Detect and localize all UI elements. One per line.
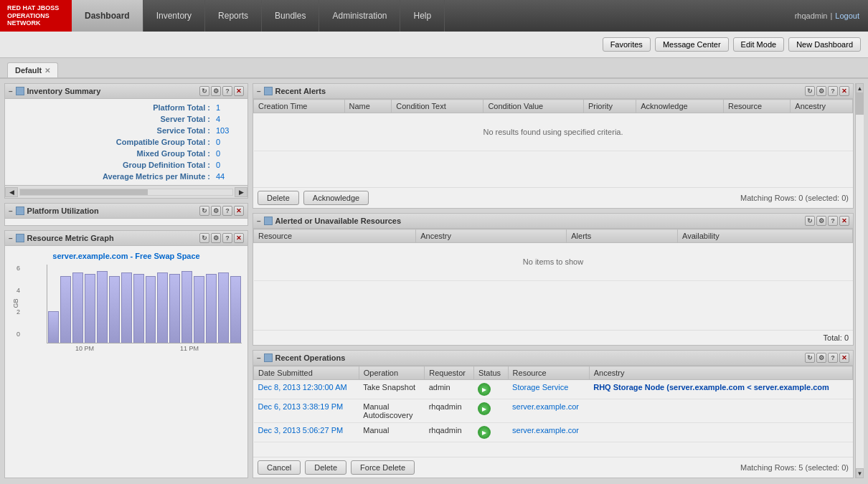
tab-default-label: Default xyxy=(15,66,42,75)
platform-total-label: Platform Total : xyxy=(8,103,216,112)
recent-ops-help-icon[interactable]: ? xyxy=(828,353,838,363)
alerted-resources-widget: – Alerted or Unavailable Resources ↻ ⚙ ?… xyxy=(253,213,854,346)
inventory-close-icon[interactable]: ✕ xyxy=(234,86,244,96)
nav-dashboard[interactable]: Dashboard xyxy=(72,0,143,32)
op-requestor: admin xyxy=(425,380,474,399)
platform-util-settings-icon[interactable]: ⚙ xyxy=(211,206,221,216)
tab-close-icon[interactable]: ✕ xyxy=(44,67,50,75)
chart-bar xyxy=(169,274,180,343)
recent-alerts-collapse-icon[interactable]: – xyxy=(257,87,261,95)
recent-alerts-settings-icon[interactable]: ⚙ xyxy=(816,86,826,96)
recent-operations-table: Date Submitted Operation Requestor Statu… xyxy=(253,366,853,442)
favorites-button[interactable]: Favorites xyxy=(603,37,651,52)
chart-bar xyxy=(194,276,204,343)
avg-metrics-label: Average Metrics per Minute : xyxy=(8,172,216,181)
inventory-icon xyxy=(16,87,24,95)
nav-reports[interactable]: Reports xyxy=(205,0,262,32)
recent-ops-refresh-icon[interactable]: ↻ xyxy=(805,353,815,363)
alerted-resources-collapse-icon[interactable]: – xyxy=(257,217,261,225)
nav-help[interactable]: Help xyxy=(400,0,445,32)
op-ancestry-link[interactable]: RHQ Storage Node (server.example.com < s… xyxy=(593,383,829,392)
alerted-resources-help-icon[interactable]: ? xyxy=(828,216,838,226)
new-dashboard-button[interactable]: New Dashboard xyxy=(788,37,861,52)
nav-bundles[interactable]: Bundles xyxy=(262,0,319,32)
inventory-settings-icon[interactable]: ⚙ xyxy=(211,86,221,96)
toolbar: Favorites Message Center Edit Mode New D… xyxy=(0,32,868,58)
hscroll-track[interactable] xyxy=(19,189,233,196)
top-navigation: RED HAT JBOSS OPERATIONS NETWORK Dashboa… xyxy=(0,0,868,32)
inventory-refresh-icon[interactable]: ↻ xyxy=(199,86,209,96)
platform-util-help-icon[interactable]: ? xyxy=(222,206,232,216)
op-date-link[interactable]: Dec 8, 2013 12:30:00 AM xyxy=(258,383,347,392)
message-center-button[interactable]: Message Center xyxy=(655,37,729,52)
resource-metric-refresh-icon[interactable]: ↻ xyxy=(199,233,209,243)
recent-operations-header: – Recent Operations ↻ ⚙ ? ✕ xyxy=(253,351,853,366)
recent-ops-collapse-icon[interactable]: – xyxy=(257,354,261,362)
server-total-value[interactable]: 4 xyxy=(216,115,245,123)
status-running-icon: ▶ xyxy=(478,426,491,439)
recent-alerts-acknowledge-button[interactable]: Acknowledge xyxy=(303,191,369,205)
logo: RED HAT JBOSS OPERATIONS NETWORK xyxy=(0,0,72,32)
platform-util-close-icon[interactable]: ✕ xyxy=(234,206,244,216)
resource-metric-help-icon[interactable]: ? xyxy=(222,233,232,243)
avg-metrics-value[interactable]: 44 xyxy=(216,172,245,181)
alerted-resources-close-icon[interactable]: ✕ xyxy=(839,216,849,226)
op-resource-link[interactable]: Storage Service xyxy=(512,383,568,392)
op-date-link[interactable]: Dec 3, 2013 5:06:27 PM xyxy=(258,426,344,435)
recent-ops-row: Dec 6, 2013 3:38:19 PM ManualAutodiscove… xyxy=(254,399,853,423)
platform-util-refresh-icon[interactable]: ↻ xyxy=(199,206,209,216)
resource-metric-close-icon[interactable]: ✕ xyxy=(234,233,244,243)
recent-ops-delete-button[interactable]: Delete xyxy=(305,460,346,475)
col-operation: Operation xyxy=(359,366,424,380)
op-resource-link[interactable]: server.example.cor xyxy=(512,426,579,435)
hscroll-left-btn[interactable]: ◀ xyxy=(5,187,18,197)
recent-ops-settings-icon[interactable]: ⚙ xyxy=(816,353,826,363)
tab-default[interactable]: Default ✕ xyxy=(7,62,58,77)
platform-total-value[interactable]: 1 xyxy=(216,103,245,112)
hscroll-thumb[interactable] xyxy=(20,189,148,195)
recent-ops-row: Dec 3, 2013 5:06:27 PM Manual rhqadmin ▶… xyxy=(254,423,853,442)
op-status: ▶ xyxy=(473,380,508,399)
recent-alerts-table-header: Creation Time Name Condition Text Condit… xyxy=(254,100,853,113)
alerted-resources-controls: ↻ ⚙ ? ✕ xyxy=(805,216,849,226)
chart-bar xyxy=(146,276,156,343)
recent-alerts-widget: – Recent Alerts ↻ ⚙ ? ✕ Creation Tim xyxy=(253,83,854,209)
col-availability: Availability xyxy=(678,229,853,243)
mixed-group-total-value[interactable]: 0 xyxy=(216,149,245,158)
resource-metric-settings-icon[interactable]: ⚙ xyxy=(211,233,221,243)
platform-util-collapse-icon[interactable]: – xyxy=(9,207,13,215)
op-resource-link[interactable]: server.example.cor xyxy=(512,402,579,411)
edit-mode-button[interactable]: Edit Mode xyxy=(733,37,785,52)
inventory-summary-title: Inventory Summary xyxy=(27,87,101,95)
nav-administration[interactable]: Administration xyxy=(319,0,400,32)
logout-link[interactable]: Logout xyxy=(835,11,859,20)
chart-bar xyxy=(72,272,83,343)
compatible-group-total-value[interactable]: 0 xyxy=(216,138,245,146)
alerted-resources-settings-icon[interactable]: ⚙ xyxy=(816,216,826,226)
recent-alerts-close-icon[interactable]: ✕ xyxy=(839,86,849,96)
recent-ops-cancel-button[interactable]: Cancel xyxy=(258,460,301,475)
inventory-collapse-icon[interactable]: – xyxy=(9,87,13,95)
recent-alerts-refresh-icon[interactable]: ↻ xyxy=(805,86,815,96)
alerted-resources-empty-message: No items to show xyxy=(254,243,853,281)
inventory-summary-body: Platform Total : 1 Server Total : 4 Serv… xyxy=(5,99,247,185)
vscroll-down-btn[interactable]: ▼ xyxy=(856,468,864,478)
resource-metric-collapse-icon[interactable]: – xyxy=(9,234,13,242)
recent-alerts-delete-button[interactable]: Delete xyxy=(258,191,299,205)
recent-alerts-help-icon[interactable]: ? xyxy=(828,86,838,96)
recent-alerts-controls: ↻ ⚙ ? ✕ xyxy=(805,86,849,96)
vscroll-up-btn[interactable]: ▲ xyxy=(856,83,864,93)
vscroll-track[interactable] xyxy=(856,93,864,468)
recent-ops-force-delete-button[interactable]: Force Delete xyxy=(351,460,415,475)
hscroll-right-btn[interactable]: ▶ xyxy=(235,187,247,197)
recent-ops-close-icon[interactable]: ✕ xyxy=(839,353,849,363)
inventory-hscrollbar: ◀ ▶ xyxy=(5,185,247,198)
inventory-help-icon[interactable]: ? xyxy=(222,86,232,96)
op-date-link[interactable]: Dec 6, 2013 3:38:19 PM xyxy=(258,402,344,411)
nav-inventory[interactable]: Inventory xyxy=(143,0,205,32)
service-total-value[interactable]: 103 xyxy=(216,126,245,135)
group-definition-total-value[interactable]: 0 xyxy=(216,161,245,169)
vscroll-thumb[interactable] xyxy=(856,93,864,115)
alerted-resources-refresh-icon[interactable]: ↻ xyxy=(805,216,815,226)
resource-metric-graph-title: Resource Metric Graph xyxy=(27,234,114,242)
